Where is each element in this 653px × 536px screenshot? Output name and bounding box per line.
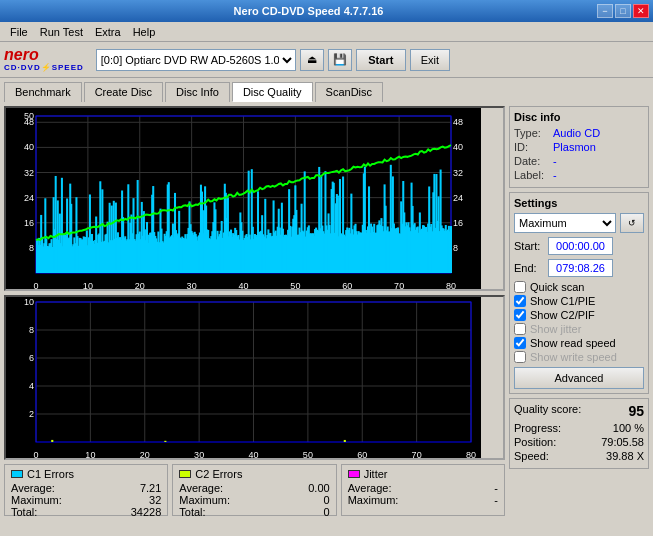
end-row: End: 079:08.26 [514, 259, 644, 277]
c1-avg-value: 7.21 [140, 482, 161, 494]
progress-label: Progress: [514, 422, 561, 434]
chart-area: C1 Errors Average: 7.21 Maximum: 32 Tota… [4, 106, 505, 530]
settings-title: Settings [514, 197, 644, 209]
show-read-speed-label: Show read speed [530, 337, 616, 349]
maximize-button[interactable]: □ [615, 4, 631, 18]
c1-total-label: Total: [11, 506, 37, 518]
c1-total-row: Total: 34228 [11, 506, 161, 518]
disc-type-row: Type: Audio CD [514, 127, 644, 139]
position-value: 79:05.58 [601, 436, 644, 448]
c2-errors-box: C2 Errors Average: 0.00 Maximum: 0 Total… [172, 464, 336, 516]
speed-refresh-button[interactable]: ↺ [620, 213, 644, 233]
show-c2-pif-checkbox[interactable] [514, 309, 526, 321]
position-row: Position: 79:05.58 [514, 436, 644, 448]
position-label: Position: [514, 436, 556, 448]
speed-row: Maximum ↺ [514, 213, 644, 233]
c2-max-value: 0 [324, 494, 330, 506]
bottom-chart-container [4, 295, 505, 460]
settings-section: Settings Maximum ↺ Start: 000:00.00 End:… [509, 192, 649, 394]
show-read-speed-checkbox[interactable] [514, 337, 526, 349]
menu-file[interactable]: File [4, 24, 34, 40]
jitter-max-label: Maximum: [348, 494, 399, 506]
right-panel: Disc info Type: Audio CD ID: Plasmon Dat… [509, 106, 649, 530]
title-bar: Nero CD-DVD Speed 4.7.7.16 − □ ✕ [0, 0, 653, 22]
disc-info-title: Disc info [514, 111, 644, 123]
start-label: Start: [514, 240, 544, 252]
disc-label-row: Label: - [514, 169, 644, 181]
disc-label-value: - [553, 169, 557, 181]
disc-date-value: - [553, 155, 557, 167]
show-c1-pie-row: Show C1/PIE [514, 295, 644, 307]
show-write-speed-checkbox[interactable] [514, 351, 526, 363]
jitter-header: Jitter [348, 468, 498, 480]
logo-sub: CD·DVD⚡SPEED [4, 63, 84, 72]
tabs-bar: Benchmark Create Disc Disc Info Disc Qua… [0, 78, 653, 102]
save-button[interactable]: 💾 [328, 49, 352, 71]
show-jitter-checkbox[interactable] [514, 323, 526, 335]
quick-scan-row: Quick scan [514, 281, 644, 293]
c1-max-row: Maximum: 32 [11, 494, 161, 506]
jitter-label: Jitter [364, 468, 388, 480]
minimize-button[interactable]: − [597, 4, 613, 18]
disc-label-label: Label: [514, 169, 549, 181]
disc-id-value: Plasmon [553, 141, 596, 153]
jitter-avg-value: - [494, 482, 498, 494]
c1-max-label: Maximum: [11, 494, 62, 506]
tab-scan-disc[interactable]: ScanDisc [315, 82, 383, 102]
tab-disc-quality[interactable]: Disc Quality [232, 82, 313, 102]
start-button[interactable]: Start [356, 49, 406, 71]
end-label: End: [514, 262, 544, 274]
end-time-input[interactable]: 079:08.26 [548, 259, 613, 277]
disc-type-label: Type: [514, 127, 549, 139]
title-bar-controls: − □ ✕ [597, 4, 649, 18]
drive-select[interactable]: [0:0] Optiarc DVD RW AD-5260S 1.00 [96, 49, 296, 71]
disc-id-row: ID: Plasmon [514, 141, 644, 153]
disc-info-section: Disc info Type: Audio CD ID: Plasmon Dat… [509, 106, 649, 188]
quick-scan-label: Quick scan [530, 281, 584, 293]
stats-row: C1 Errors Average: 7.21 Maximum: 32 Tota… [4, 464, 505, 516]
show-write-speed-label: Show write speed [530, 351, 617, 363]
advanced-button[interactable]: Advanced [514, 367, 644, 389]
c2-header: C2 Errors [179, 468, 329, 480]
disc-id-label: ID: [514, 141, 549, 153]
progress-value: 100 % [613, 422, 644, 434]
speed-value: 39.88 X [606, 450, 644, 462]
jitter-max-row: Maximum: - [348, 494, 498, 506]
show-c2-pif-label: Show C2/PIF [530, 309, 595, 321]
quality-score-row: Quality score: 95 [514, 403, 644, 419]
c1-label: C1 Errors [27, 468, 74, 480]
quick-scan-checkbox[interactable] [514, 281, 526, 293]
tab-benchmark[interactable]: Benchmark [4, 82, 82, 102]
c2-avg-value: 0.00 [308, 482, 329, 494]
c1-avg-label: Average: [11, 482, 55, 494]
show-read-speed-row: Show read speed [514, 337, 644, 349]
show-c2-pif-row: Show C2/PIF [514, 309, 644, 321]
disc-type-value: Audio CD [553, 127, 600, 139]
close-button[interactable]: ✕ [633, 4, 649, 18]
c1-max-value: 32 [149, 494, 161, 506]
jitter-average-row: Average: - [348, 482, 498, 494]
jitter-max-value: - [494, 494, 498, 506]
show-c1-pie-checkbox[interactable] [514, 295, 526, 307]
toolbar: nero CD·DVD⚡SPEED [0:0] Optiarc DVD RW A… [0, 42, 653, 78]
speed-row-quality: Speed: 39.88 X [514, 450, 644, 462]
c2-total-value: 0 [324, 506, 330, 518]
c2-max-row: Maximum: 0 [179, 494, 329, 506]
menu-run-test[interactable]: Run Test [34, 24, 89, 40]
top-chart [6, 108, 481, 291]
c2-average-row: Average: 0.00 [179, 482, 329, 494]
menu-help[interactable]: Help [127, 24, 162, 40]
c2-avg-label: Average: [179, 482, 223, 494]
c1-header: C1 Errors [11, 468, 161, 480]
tab-disc-info[interactable]: Disc Info [165, 82, 230, 102]
exit-button[interactable]: Exit [410, 49, 450, 71]
start-time-input[interactable]: 000:00.00 [548, 237, 613, 255]
bottom-chart [6, 297, 481, 460]
c1-total-value: 34228 [131, 506, 162, 518]
eject-button[interactable]: ⏏ [300, 49, 324, 71]
disc-date-row: Date: - [514, 155, 644, 167]
tab-create-disc[interactable]: Create Disc [84, 82, 163, 102]
quality-score-label: Quality score: [514, 403, 581, 419]
speed-select[interactable]: Maximum [514, 213, 616, 233]
menu-extra[interactable]: Extra [89, 24, 127, 40]
